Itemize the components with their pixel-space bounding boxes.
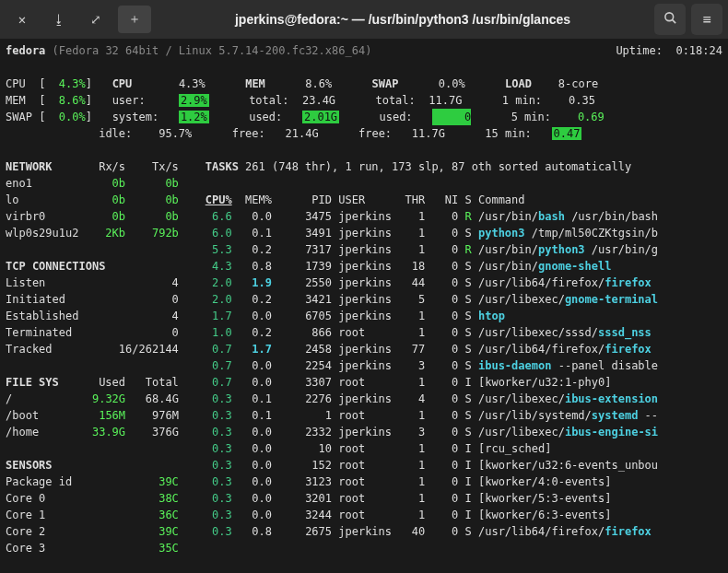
table-row: /home 33.9G 376G 0.3 0.0 2332 jperkins 3…	[6, 424, 722, 440]
table-row: Core 3 35C	[6, 540, 722, 556]
table-row: /boot 156M 976M 0.3 0.1 1 root 1 0 S /us…	[6, 407, 722, 424]
svg-line-1	[672, 19, 675, 23]
new-tab-button[interactable]: ＋	[118, 6, 151, 33]
download-button[interactable]: ⭳	[42, 6, 76, 33]
window-title: jperkins@fedora:~ — /usr/bin/python3 /us…	[155, 12, 651, 27]
search-button[interactable]	[654, 4, 686, 35]
hamburger-icon: ≡	[702, 11, 710, 28]
table-row: TCP CONNECTIONS 4.3 0.8 1739 jperkins 18…	[6, 258, 722, 275]
menu-button[interactable]: ≡	[691, 4, 722, 35]
table-row: Tracked 16/262144 0.7 1.7 2458 jperkins …	[6, 341, 722, 357]
table-row: Core 1 36C 0.3 0.0 3244 root 1 0 I [kwor…	[6, 507, 722, 523]
terminal-content: fedora (Fedora 32 64bit / Linux 5.7.14-2…	[0, 39, 728, 573]
table-row: Listen 4 2.0 1.9 2550 jperkins 44 0 S /u…	[6, 275, 722, 291]
table-row: 5.3 0.2 7317 jperkins 1 0 R /usr/bin/pyt…	[6, 241, 722, 258]
table-row: 0.3 0.0 10 root 1 0 I [rcu_sched]	[6, 440, 722, 457]
fullscreen-button[interactable]: ⤢	[79, 6, 112, 33]
titlebar: ✕ ⭳ ⤢ ＋ jperkins@fedora:~ — /usr/bin/pyt…	[0, 0, 728, 39]
hostname: fedora	[6, 44, 45, 57]
sysinfo: (Fedora 32 64bit / Linux 5.7.14-200.fc32…	[53, 44, 372, 57]
close-tab-button[interactable]: ✕	[6, 6, 39, 33]
table-row: lo 0b 0b CPU% MEM% PID USER THR NI S Com…	[6, 192, 722, 208]
table-row: Core 2 39C 0.3 0.8 2675 jperkins 40 0 S …	[6, 523, 722, 540]
table-row: / 9.32G 68.4G 0.3 0.1 2276 jperkins 4 0 …	[6, 391, 722, 407]
svg-point-0	[664, 12, 673, 20]
table-row: SENSORS 0.3 0.0 152 root 1 0 I [kworker/…	[6, 457, 722, 474]
table-row: FILE SYS Used Total 0.7 0.0 3307 root 1 …	[6, 374, 722, 391]
table-row: Initiated 0 2.0 0.2 3421 jperkins 5 0 S …	[6, 291, 722, 308]
table-row: Package id 39C 0.3 0.0 3123 root 1 0 I […	[6, 474, 722, 490]
table-row: virbr0 0b 0b 6.6 0.0 3475 jperkins 1 0 R…	[6, 208, 722, 225]
table-row: NETWORK Rx/s Tx/s TASKS 261 (748 thr), 1…	[6, 158, 722, 175]
table-row: 0.7 0.0 2254 jperkins 3 0 S ibus-daemon …	[6, 357, 722, 374]
table-row: Established 4 1.7 0.0 6705 jperkins 1 0 …	[6, 308, 722, 324]
table-row: Core 0 38C 0.3 0.0 3201 root 1 0 I [kwor…	[6, 490, 722, 507]
table-row: wlp0s29u1u2 2Kb 792b 6.0 0.1 3491 jperki…	[6, 225, 722, 241]
search-icon	[663, 11, 677, 29]
table-row: Terminated 0 1.0 0.2 866 root 1 0 S /usr…	[6, 324, 722, 341]
table-row: eno1 0b 0b	[6, 175, 722, 192]
